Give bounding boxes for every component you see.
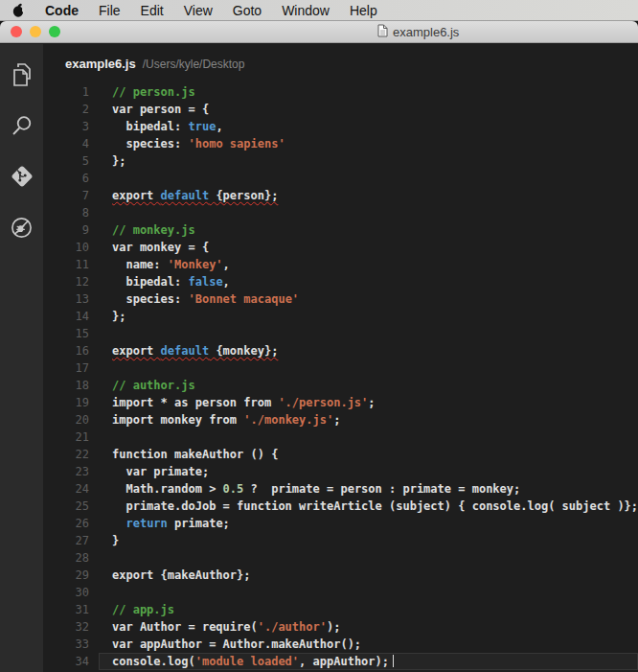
- code-line[interactable]: 5};: [43, 152, 638, 170]
- code-text[interactable]: export {makeAuthor};: [112, 567, 251, 584]
- line-number[interactable]: 24: [43, 480, 89, 498]
- code-line[interactable]: 11 name: 'Monkey',: [43, 256, 638, 273]
- code-line[interactable]: 26 return primate;: [43, 515, 638, 532]
- line-number[interactable]: 32: [43, 618, 89, 636]
- title-bar[interactable]: example6.js: [0, 21, 638, 43]
- code-text[interactable]: bipedal: true,: [112, 118, 223, 135]
- line-number[interactable]: 33: [43, 636, 89, 653]
- line-number[interactable]: 6: [43, 170, 89, 187]
- files-icon[interactable]: [10, 62, 34, 87]
- code-line[interactable]: 34console.log('module loaded', appAuthor…: [43, 653, 638, 670]
- code-text[interactable]: species: 'Bonnet macaque': [112, 290, 299, 308]
- zoom-button[interactable]: [49, 26, 60, 37]
- code-line[interactable]: 24 Math.random > 0.5 ? primate = person …: [43, 480, 638, 498]
- line-number[interactable]: 3: [43, 118, 89, 135]
- line-number[interactable]: 23: [43, 463, 89, 480]
- line-number[interactable]: 16: [43, 342, 89, 359]
- line-number[interactable]: 20: [43, 411, 89, 429]
- code-line[interactable]: 3 bipedal: true,: [43, 118, 638, 135]
- menu-item-file[interactable]: File: [99, 3, 121, 18]
- code-line[interactable]: 16export default {monkey};: [43, 342, 638, 359]
- code-text[interactable]: function makeAuthor () {: [112, 446, 278, 463]
- code-text[interactable]: species: 'homo sapiens': [112, 135, 285, 152]
- code-text[interactable]: Math.random > 0.5 ? primate = person : p…: [112, 480, 520, 498]
- code-line[interactable]: 7export default {person};: [43, 187, 638, 204]
- code-text[interactable]: // app.js: [112, 601, 174, 618]
- minimize-button[interactable]: [30, 26, 41, 37]
- git-icon[interactable]: [10, 164, 34, 189]
- line-number[interactable]: 30: [43, 584, 89, 601]
- line-number[interactable]: 1: [43, 83, 89, 101]
- code-line[interactable]: 27}: [43, 532, 638, 549]
- code-line[interactable]: 20import monkey from './monkey.js';: [43, 411, 638, 429]
- line-number[interactable]: 12: [43, 273, 89, 290]
- code-text[interactable]: }: [112, 532, 119, 549]
- menu-item-code[interactable]: Code: [45, 3, 79, 18]
- line-number[interactable]: 27: [43, 532, 89, 549]
- debug-icon[interactable]: [10, 215, 34, 240]
- code-line[interactable]: 18// author.js: [43, 377, 638, 394]
- code-line[interactable]: 15: [43, 325, 638, 342]
- code-text[interactable]: return primate;: [112, 515, 230, 532]
- code-line[interactable]: 29export {makeAuthor};: [43, 567, 638, 584]
- code-line[interactable]: 19import * as person from './person.js';: [43, 394, 638, 411]
- line-number[interactable]: 4: [43, 135, 89, 152]
- line-number[interactable]: 28: [43, 549, 89, 567]
- close-button[interactable]: [11, 26, 22, 37]
- code-text[interactable]: var primate;: [112, 463, 209, 480]
- code-text[interactable]: // monkey.js: [112, 221, 195, 239]
- code-line[interactable]: 28: [43, 549, 638, 567]
- code-text[interactable]: primate.doJob = function writeArticle (s…: [112, 498, 638, 515]
- menu-item-view[interactable]: View: [184, 3, 213, 18]
- code-editor[interactable]: 1// person.js2var person = {3 bipedal: t…: [43, 83, 638, 672]
- menu-item-goto[interactable]: Goto: [233, 3, 262, 18]
- code-line[interactable]: 9// monkey.js: [43, 221, 638, 239]
- code-line[interactable]: 6: [43, 170, 638, 187]
- apple-icon[interactable]: [12, 3, 25, 17]
- menu-item-help[interactable]: Help: [350, 3, 377, 18]
- code-line[interactable]: 4 species: 'homo sapiens': [43, 135, 638, 152]
- line-number[interactable]: 21: [43, 429, 89, 446]
- code-line[interactable]: 1// person.js: [43, 83, 638, 101]
- line-number[interactable]: 17: [43, 359, 89, 377]
- code-text[interactable]: var appAuthor = Author.makeAuthor();: [112, 636, 361, 653]
- code-text[interactable]: import * as person from './person.js';: [112, 394, 376, 411]
- code-text[interactable]: var monkey = {: [112, 239, 209, 256]
- code-line[interactable]: 23 var primate;: [43, 463, 638, 480]
- code-line[interactable]: 13 species: 'Bonnet macaque': [43, 290, 638, 308]
- line-number[interactable]: 29: [43, 567, 89, 584]
- code-line[interactable]: 22function makeAuthor () {: [43, 446, 638, 463]
- line-number[interactable]: 2: [43, 101, 89, 118]
- code-line[interactable]: 25 primate.doJob = function writeArticle…: [43, 498, 638, 515]
- code-text[interactable]: console.log('module loaded', appAuthor);: [112, 653, 394, 670]
- code-line[interactable]: 21: [43, 429, 638, 446]
- line-number[interactable]: 26: [43, 515, 89, 532]
- code-line[interactable]: 12 bipedal: false,: [43, 273, 638, 290]
- code-text[interactable]: export default {monkey};: [112, 342, 278, 359]
- line-number[interactable]: 11: [43, 256, 89, 273]
- tab-example6[interactable]: example6.js /Users/kyle/Desktop: [65, 57, 244, 71]
- line-number[interactable]: 18: [43, 377, 89, 394]
- line-number[interactable]: 22: [43, 446, 89, 463]
- code-line[interactable]: 31// app.js: [43, 601, 638, 618]
- code-text[interactable]: var person = {: [112, 101, 209, 118]
- menu-item-edit[interactable]: Edit: [141, 3, 164, 18]
- line-number[interactable]: 19: [43, 394, 89, 411]
- code-text[interactable]: // author.js: [112, 377, 195, 394]
- menu-item-window[interactable]: Window: [282, 3, 330, 18]
- line-number[interactable]: 15: [43, 325, 89, 342]
- line-number[interactable]: 34: [43, 653, 89, 670]
- code-text[interactable]: // person.js: [112, 83, 195, 101]
- line-number[interactable]: 31: [43, 601, 89, 618]
- code-text[interactable]: import monkey from './monkey.js';: [112, 411, 340, 429]
- code-line[interactable]: 33var appAuthor = Author.makeAuthor();: [43, 636, 638, 653]
- code-line[interactable]: 10var monkey = {: [43, 239, 638, 256]
- code-text[interactable]: var Author = require('./author');: [112, 618, 340, 636]
- code-text[interactable]: };: [112, 308, 125, 325]
- line-number[interactable]: 8: [43, 204, 89, 221]
- code-text[interactable]: bipedal: false,: [112, 273, 230, 290]
- code-line[interactable]: 14};: [43, 308, 638, 325]
- line-number[interactable]: 7: [43, 187, 89, 204]
- code-text[interactable]: };: [112, 152, 125, 170]
- code-line[interactable]: 8: [43, 204, 638, 221]
